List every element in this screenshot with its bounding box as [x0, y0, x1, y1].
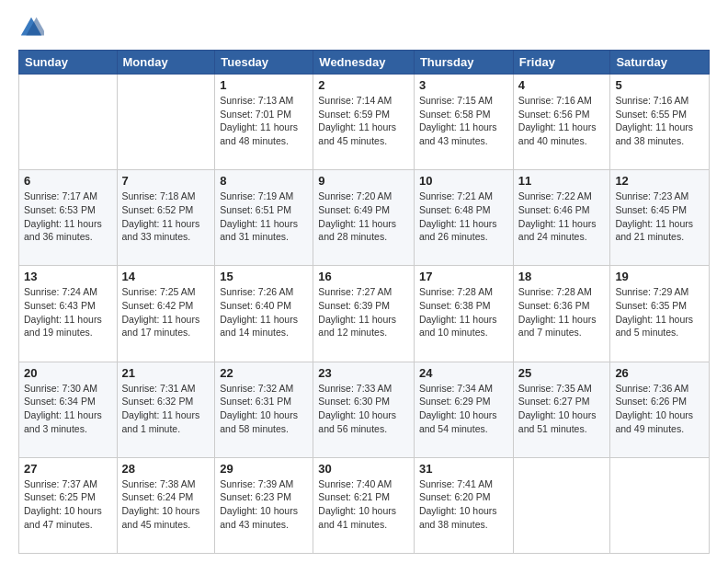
calendar-cell: 16Sunrise: 7:27 AM Sunset: 6:39 PM Dayli…	[313, 266, 415, 362]
day-detail: Sunrise: 7:19 AM Sunset: 6:51 PM Dayligh…	[220, 190, 308, 244]
day-number: 7	[122, 174, 210, 188]
day-detail: Sunrise: 7:20 AM Sunset: 6:49 PM Dayligh…	[318, 190, 409, 244]
day-detail: Sunrise: 7:41 AM Sunset: 6:20 PM Dayligh…	[419, 477, 508, 532]
day-detail: Sunrise: 7:39 AM Sunset: 6:23 PM Dayligh…	[220, 477, 308, 532]
day-detail: Sunrise: 7:35 AM Sunset: 6:27 PM Dayligh…	[518, 382, 606, 436]
day-detail: Sunrise: 7:34 AM Sunset: 6:29 PM Dayligh…	[419, 382, 508, 436]
calendar-cell: 4Sunrise: 7:16 AM Sunset: 6:56 PM Daylig…	[513, 75, 610, 170]
day-detail: Sunrise: 7:13 AM Sunset: 7:01 PM Dayligh…	[220, 94, 308, 148]
day-number: 1	[220, 78, 308, 92]
calendar-table: SundayMondayTuesdayWednesdayThursdayFrid…	[18, 50, 710, 554]
day-number: 31	[419, 462, 508, 476]
calendar-cell	[117, 75, 215, 170]
calendar-cell: 27Sunrise: 7:37 AM Sunset: 6:25 PM Dayli…	[19, 457, 118, 553]
calendar-week-4: 20Sunrise: 7:30 AM Sunset: 6:34 PM Dayli…	[19, 362, 710, 457]
page: SundayMondayTuesdayWednesdayThursdayFrid…	[0, 0, 728, 563]
calendar-cell: 25Sunrise: 7:35 AM Sunset: 6:27 PM Dayli…	[513, 362, 610, 457]
day-number: 26	[615, 366, 704, 380]
day-detail: Sunrise: 7:14 AM Sunset: 6:59 PM Dayligh…	[318, 94, 409, 148]
day-detail: Sunrise: 7:28 AM Sunset: 6:38 PM Dayligh…	[419, 285, 508, 339]
calendar-cell: 26Sunrise: 7:36 AM Sunset: 6:26 PM Dayli…	[610, 362, 710, 457]
day-number: 21	[122, 366, 210, 380]
day-number: 29	[220, 462, 308, 476]
day-detail: Sunrise: 7:36 AM Sunset: 6:26 PM Dayligh…	[615, 382, 704, 436]
day-number: 6	[24, 174, 112, 188]
day-number: 3	[419, 78, 508, 92]
logo-icon	[18, 15, 44, 40]
day-number: 10	[419, 174, 508, 188]
day-number: 30	[318, 462, 409, 476]
calendar-header-saturday: Saturday	[610, 51, 710, 75]
calendar-header-row: SundayMondayTuesdayWednesdayThursdayFrid…	[19, 51, 710, 75]
day-number: 8	[220, 174, 308, 188]
calendar-header-thursday: Thursday	[414, 51, 513, 75]
calendar-cell: 19Sunrise: 7:29 AM Sunset: 6:35 PM Dayli…	[610, 266, 710, 362]
calendar-week-1: 1Sunrise: 7:13 AM Sunset: 7:01 PM Daylig…	[19, 75, 710, 170]
calendar-week-2: 6Sunrise: 7:17 AM Sunset: 6:53 PM Daylig…	[19, 170, 710, 266]
calendar-cell: 22Sunrise: 7:32 AM Sunset: 6:31 PM Dayli…	[215, 362, 313, 457]
day-detail: Sunrise: 7:15 AM Sunset: 6:58 PM Dayligh…	[419, 94, 508, 148]
day-detail: Sunrise: 7:30 AM Sunset: 6:34 PM Dayligh…	[24, 382, 112, 436]
day-number: 5	[615, 78, 704, 92]
day-detail: Sunrise: 7:27 AM Sunset: 6:39 PM Dayligh…	[318, 285, 409, 339]
calendar-cell: 5Sunrise: 7:16 AM Sunset: 6:55 PM Daylig…	[610, 75, 710, 170]
day-detail: Sunrise: 7:26 AM Sunset: 6:40 PM Dayligh…	[220, 285, 308, 339]
calendar-cell	[610, 457, 710, 553]
day-number: 23	[318, 366, 409, 380]
day-detail: Sunrise: 7:18 AM Sunset: 6:52 PM Dayligh…	[122, 190, 210, 244]
day-number: 24	[419, 366, 508, 380]
day-number: 22	[220, 366, 308, 380]
calendar-cell: 2Sunrise: 7:14 AM Sunset: 6:59 PM Daylig…	[313, 75, 415, 170]
day-number: 12	[615, 174, 704, 188]
day-detail: Sunrise: 7:16 AM Sunset: 6:56 PM Dayligh…	[518, 94, 606, 148]
day-detail: Sunrise: 7:25 AM Sunset: 6:42 PM Dayligh…	[122, 285, 210, 339]
calendar-cell: 20Sunrise: 7:30 AM Sunset: 6:34 PM Dayli…	[19, 362, 118, 457]
day-detail: Sunrise: 7:29 AM Sunset: 6:35 PM Dayligh…	[615, 285, 704, 339]
day-detail: Sunrise: 7:38 AM Sunset: 6:24 PM Dayligh…	[122, 477, 210, 532]
calendar-week-5: 27Sunrise: 7:37 AM Sunset: 6:25 PM Dayli…	[19, 457, 710, 553]
day-number: 27	[24, 462, 112, 476]
day-number: 19	[615, 270, 704, 283]
day-detail: Sunrise: 7:16 AM Sunset: 6:55 PM Dayligh…	[615, 94, 704, 148]
calendar-cell: 10Sunrise: 7:21 AM Sunset: 6:48 PM Dayli…	[414, 170, 513, 266]
day-number: 11	[518, 174, 606, 188]
calendar-cell: 8Sunrise: 7:19 AM Sunset: 6:51 PM Daylig…	[215, 170, 313, 266]
day-number: 2	[318, 78, 409, 92]
calendar-cell: 28Sunrise: 7:38 AM Sunset: 6:24 PM Dayli…	[117, 457, 215, 553]
day-number: 14	[122, 270, 210, 283]
day-detail: Sunrise: 7:28 AM Sunset: 6:36 PM Dayligh…	[518, 285, 606, 339]
calendar-cell: 29Sunrise: 7:39 AM Sunset: 6:23 PM Dayli…	[215, 457, 313, 553]
day-number: 25	[518, 366, 606, 380]
day-number: 28	[122, 462, 210, 476]
calendar-cell: 23Sunrise: 7:33 AM Sunset: 6:30 PM Dayli…	[313, 362, 415, 457]
day-number: 18	[518, 270, 606, 283]
day-detail: Sunrise: 7:40 AM Sunset: 6:21 PM Dayligh…	[318, 477, 409, 532]
day-number: 13	[24, 270, 112, 283]
calendar-cell: 31Sunrise: 7:41 AM Sunset: 6:20 PM Dayli…	[414, 457, 513, 553]
calendar-cell: 9Sunrise: 7:20 AM Sunset: 6:49 PM Daylig…	[313, 170, 415, 266]
day-detail: Sunrise: 7:23 AM Sunset: 6:45 PM Dayligh…	[615, 190, 704, 244]
calendar-cell	[513, 457, 610, 553]
day-number: 20	[24, 366, 112, 380]
calendar-week-3: 13Sunrise: 7:24 AM Sunset: 6:43 PM Dayli…	[19, 266, 710, 362]
calendar-cell: 3Sunrise: 7:15 AM Sunset: 6:58 PM Daylig…	[414, 75, 513, 170]
calendar-cell	[19, 75, 118, 170]
calendar-cell: 11Sunrise: 7:22 AM Sunset: 6:46 PM Dayli…	[513, 170, 610, 266]
calendar-cell: 7Sunrise: 7:18 AM Sunset: 6:52 PM Daylig…	[117, 170, 215, 266]
day-detail: Sunrise: 7:37 AM Sunset: 6:25 PM Dayligh…	[24, 477, 112, 532]
day-detail: Sunrise: 7:33 AM Sunset: 6:30 PM Dayligh…	[318, 382, 409, 436]
calendar-cell: 24Sunrise: 7:34 AM Sunset: 6:29 PM Dayli…	[414, 362, 513, 457]
day-number: 15	[220, 270, 308, 283]
calendar-cell: 15Sunrise: 7:26 AM Sunset: 6:40 PM Dayli…	[215, 266, 313, 362]
calendar-header-sunday: Sunday	[19, 51, 118, 75]
calendar-cell: 21Sunrise: 7:31 AM Sunset: 6:32 PM Dayli…	[117, 362, 215, 457]
calendar-header-wednesday: Wednesday	[313, 51, 415, 75]
day-detail: Sunrise: 7:21 AM Sunset: 6:48 PM Dayligh…	[419, 190, 508, 244]
day-detail: Sunrise: 7:32 AM Sunset: 6:31 PM Dayligh…	[220, 382, 308, 436]
logo	[18, 15, 48, 40]
header	[18, 15, 710, 40]
day-number: 17	[419, 270, 508, 283]
calendar-cell: 14Sunrise: 7:25 AM Sunset: 6:42 PM Dayli…	[117, 266, 215, 362]
calendar-header-tuesday: Tuesday	[215, 51, 313, 75]
calendar-cell: 13Sunrise: 7:24 AM Sunset: 6:43 PM Dayli…	[19, 266, 118, 362]
